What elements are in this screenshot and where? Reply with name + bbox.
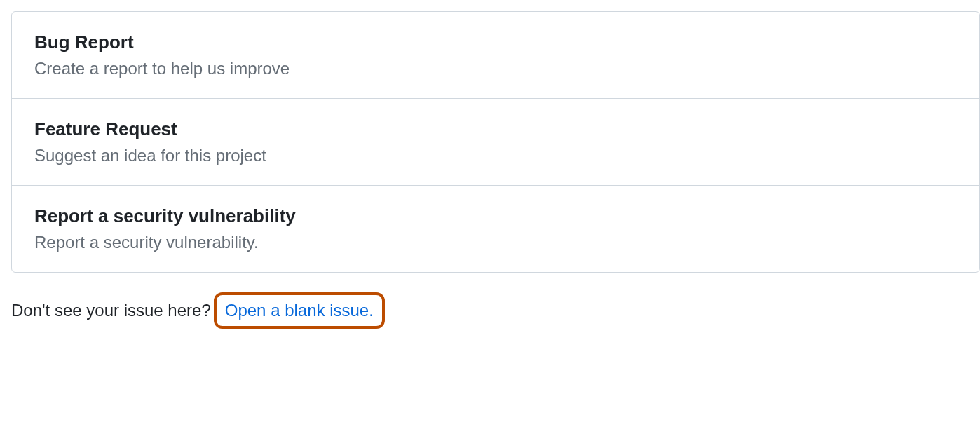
highlight-annotation: Open a blank issue.: [214, 292, 385, 329]
footer: Don't see your issue here? Open a blank …: [11, 292, 980, 329]
template-title: Bug Report: [34, 32, 957, 53]
template-item-feature-request[interactable]: Feature Request Suggest an idea for this…: [12, 99, 979, 186]
template-title: Feature Request: [34, 118, 957, 140]
template-item-security-vulnerability[interactable]: Report a security vulnerability Report a…: [12, 186, 979, 272]
template-description: Create a report to help us improve: [34, 59, 957, 79]
template-description: Suggest an idea for this project: [34, 146, 957, 165]
template-title: Report a security vulnerability: [34, 205, 957, 227]
footer-text: Don't see your issue here?: [11, 301, 211, 320]
open-blank-issue-link[interactable]: Open a blank issue.: [225, 301, 374, 320]
issue-template-list: Bug Report Create a report to help us im…: [11, 11, 980, 273]
template-description: Report a security vulnerability.: [34, 233, 957, 252]
template-item-bug-report[interactable]: Bug Report Create a report to help us im…: [12, 12, 979, 99]
